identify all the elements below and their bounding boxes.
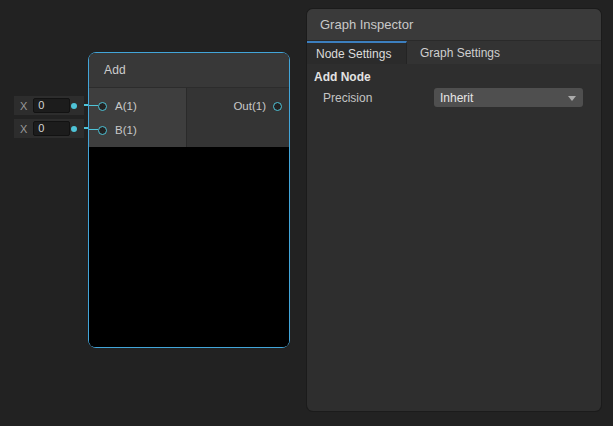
- inspector-content: Add Node Precision Inherit: [307, 70, 601, 107]
- node-input-section: A(1) B(1): [89, 88, 186, 147]
- port-a-label: A(1): [115, 100, 137, 112]
- graph-inspector-title-bar[interactable]: Graph Inspector: [307, 9, 601, 41]
- input-b-value-field[interactable]: 0: [33, 121, 70, 136]
- port-row-a: A(1): [89, 94, 186, 118]
- precision-row: Precision Inherit: [307, 88, 601, 107]
- precision-label: Precision: [323, 91, 434, 105]
- shader-graph-canvas: X 0 X 0 Add A(1) B(1): [0, 0, 613, 426]
- axis-label: X: [20, 100, 27, 112]
- port-row-b: B(1): [89, 118, 186, 142]
- port-out-label: Out(1): [233, 100, 266, 112]
- port-row-out: Out(1): [187, 94, 289, 118]
- node-title: Add: [104, 63, 126, 77]
- add-node[interactable]: Add A(1) B(1) Out(1): [88, 52, 290, 348]
- port-b-label: B(1): [115, 124, 137, 136]
- tab-graph-settings-label: Graph Settings: [420, 46, 500, 60]
- inspector-tab-bar: Node Settings Graph Settings: [307, 41, 601, 64]
- input-b-value-widget: X 0: [14, 119, 84, 138]
- output-port-out[interactable]: [273, 102, 282, 111]
- wire-endpoint-dot: [71, 126, 77, 132]
- node-body: A(1) B(1) Out(1): [89, 88, 289, 147]
- tab-graph-settings[interactable]: Graph Settings: [407, 41, 514, 64]
- tab-node-settings[interactable]: Node Settings: [307, 41, 407, 64]
- graph-inspector-title: Graph Inspector: [320, 17, 413, 32]
- precision-dropdown[interactable]: Inherit: [434, 88, 583, 107]
- node-preview: [89, 147, 289, 347]
- node-output-section: Out(1): [186, 88, 289, 147]
- axis-label: X: [20, 123, 27, 135]
- input-port-a[interactable]: [98, 102, 107, 111]
- precision-dropdown-value: Inherit: [440, 91, 473, 105]
- tab-node-settings-label: Node Settings: [316, 47, 391, 61]
- section-title: Add Node: [314, 70, 601, 84]
- node-title-bar[interactable]: Add: [89, 53, 289, 88]
- input-a-value-widget: X 0: [14, 96, 84, 115]
- input-a-value-field[interactable]: 0: [33, 98, 70, 113]
- graph-inspector-panel: Graph Inspector Node Settings Graph Sett…: [307, 9, 601, 411]
- input-port-b[interactable]: [98, 126, 107, 135]
- chevron-down-icon: [568, 96, 576, 101]
- wire-endpoint-dot: [71, 103, 77, 109]
